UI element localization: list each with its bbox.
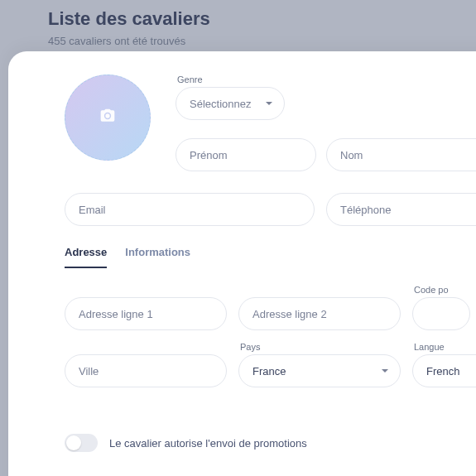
tab-informations[interactable]: Informations	[125, 246, 190, 268]
tabs: Adresse Informations	[65, 246, 476, 268]
city-input[interactable]	[65, 354, 227, 387]
tab-address[interactable]: Adresse	[65, 246, 107, 268]
postal-label: Code po	[412, 285, 470, 295]
language-label: Langue	[412, 342, 476, 352]
language-select[interactable]: French	[412, 354, 476, 387]
country-select[interactable]: France	[238, 354, 401, 387]
email-input[interactable]	[65, 193, 315, 226]
postal-input[interactable]	[412, 297, 470, 330]
address-line2-input[interactable]	[238, 297, 401, 330]
avatar-upload[interactable]	[65, 75, 151, 161]
genre-select[interactable]: Sélectionnez	[175, 87, 285, 120]
promotions-toggle-label: Le cavalier autorise l'envoi de promotio…	[109, 437, 307, 450]
toggle-knob	[66, 435, 81, 450]
address-line1-input[interactable]	[65, 297, 227, 330]
promotions-toggle[interactable]	[65, 434, 98, 452]
genre-label: Genre	[175, 75, 285, 84]
camera-icon	[99, 108, 116, 127]
page-subtitle: 455 cavaliers ont été trouvés	[48, 35, 476, 47]
last-name-input[interactable]	[326, 138, 476, 171]
country-label: Pays	[238, 342, 401, 352]
first-name-input[interactable]	[175, 138, 316, 171]
rider-form-modal: Genre Sélectionnez	[8, 51, 476, 476]
phone-input[interactable]	[326, 193, 476, 226]
page-title: Liste des cavaliers	[48, 8, 476, 30]
